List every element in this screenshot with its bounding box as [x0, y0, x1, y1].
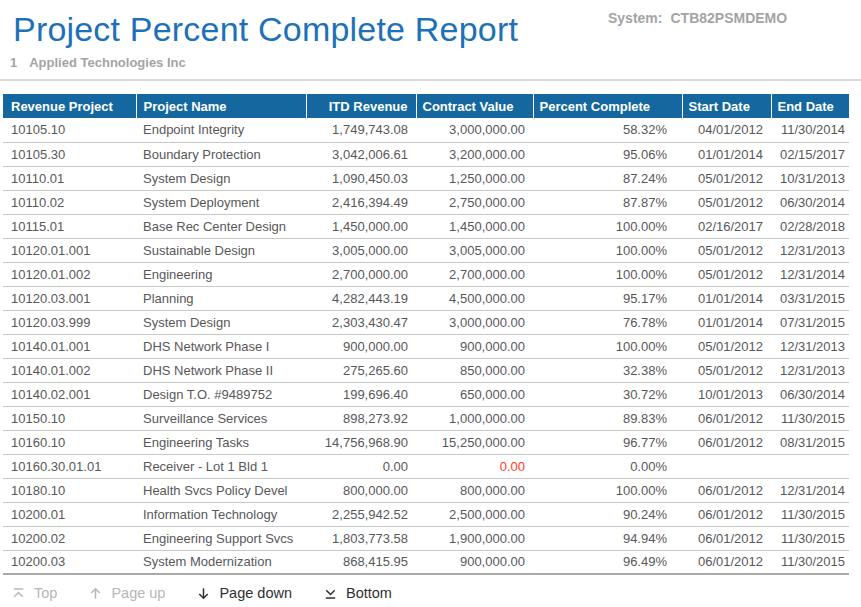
system-label: System:	[608, 10, 662, 26]
table-cell: 100.00%	[533, 478, 682, 502]
table-cell: Engineering Tasks	[136, 430, 306, 454]
table-cell: 100.00%	[533, 214, 682, 238]
table-row: 10110.01System Design1,090,450.031,250,0…	[3, 166, 849, 190]
table-cell: 1,803,773.58	[306, 526, 416, 550]
table-cell: 10120.01.002	[3, 262, 136, 286]
scroll-top-icon	[11, 586, 26, 601]
table-cell: 12/31/2014	[771, 262, 849, 286]
table-cell: 30.72%	[533, 382, 682, 406]
table-cell: System Modernization	[136, 550, 306, 574]
divider	[0, 79, 861, 81]
table-cell: 11/30/2015	[771, 502, 849, 526]
table-cell: 12/31/2013	[771, 358, 849, 382]
table-cell: 12/31/2014	[771, 478, 849, 502]
table-cell: Endpoint Integrity	[136, 118, 306, 142]
table-cell: 87.87%	[533, 190, 682, 214]
table-cell: 0.00%	[533, 454, 682, 478]
table-cell: 10160.30.01.01	[3, 454, 136, 478]
table-row: 10110.02System Deployment2,416,394.492,7…	[3, 190, 849, 214]
table-cell: 800,000.00	[306, 478, 416, 502]
table-cell: 2,416,394.49	[306, 190, 416, 214]
table-cell: 3,005,000.00	[306, 238, 416, 262]
table-cell: 10160.10	[3, 430, 136, 454]
table-cell: Health Svcs Policy Devel	[136, 478, 306, 502]
table-cell: 06/01/2012	[682, 502, 771, 526]
table-cell: 11/30/2015	[771, 550, 849, 574]
arrow-up-icon	[88, 586, 103, 601]
table-cell: 898,273.92	[306, 406, 416, 430]
table-cell: 94.94%	[533, 526, 682, 550]
page-down-button[interactable]: Page down	[196, 585, 292, 601]
table-cell: 10115.01	[3, 214, 136, 238]
table-cell: 1,090,450.03	[306, 166, 416, 190]
table-cell: 05/01/2012	[682, 190, 771, 214]
table-cell: Receiver - Lot 1 Bld 1	[136, 454, 306, 478]
table-row: 10140.01.002DHS Network Phase II275,265.…	[3, 358, 849, 382]
table-cell: Engineering Support Svcs	[136, 526, 306, 550]
table-cell: Engineering	[136, 262, 306, 286]
table-row: 10120.03.999System Design2,303,430.473,0…	[3, 310, 849, 334]
table-cell: 07/31/2015	[771, 310, 849, 334]
table-cell: 10180.10	[3, 478, 136, 502]
table-cell: 76.78%	[533, 310, 682, 334]
table-row: 10140.01.001DHS Network Phase I900,000.0…	[3, 334, 849, 358]
table-cell: 06/30/2014	[771, 382, 849, 406]
table-row: 10160.10Engineering Tasks14,756,968.9015…	[3, 430, 849, 454]
table-cell: 10105.10	[3, 118, 136, 142]
table-cell: 1,450,000.00	[306, 214, 416, 238]
column-header-revenue-project: Revenue Project	[3, 94, 136, 118]
table-cell: Planning	[136, 286, 306, 310]
table-cell: Base Rec Center Design	[136, 214, 306, 238]
table-cell: 95.06%	[533, 142, 682, 166]
table-row: 10180.10Health Svcs Policy Devel800,000.…	[3, 478, 849, 502]
table-cell: 11/30/2015	[771, 406, 849, 430]
table-cell: 900,000.00	[306, 334, 416, 358]
table-row: 10120.03.001Planning4,282,443.194,500,00…	[3, 286, 849, 310]
table-cell: Design T.O. #9489752	[136, 382, 306, 406]
table-cell: 06/30/2014	[771, 190, 849, 214]
table-cell: 2,303,430.47	[306, 310, 416, 334]
table-cell: 06/01/2012	[682, 430, 771, 454]
system-info: System:CTB82PSMDEMO	[608, 10, 787, 26]
table-cell: 58.32%	[533, 118, 682, 142]
table-cell: 01/01/2014	[682, 286, 771, 310]
table-cell: 87.24%	[533, 166, 682, 190]
table-cell: 96.77%	[533, 430, 682, 454]
table-cell: 10200.02	[3, 526, 136, 550]
table-cell: 2,750,000.00	[416, 190, 533, 214]
table-cell: 10/31/2013	[771, 166, 849, 190]
table-row: 10140.02.001Design T.O. #9489752199,696.…	[3, 382, 849, 406]
table-cell: 14,756,968.90	[306, 430, 416, 454]
table-cell: 06/01/2012	[682, 406, 771, 430]
nav-label: Page up	[111, 585, 165, 601]
table-row: 10120.01.002Engineering2,700,000.002,700…	[3, 262, 849, 286]
table-cell: 650,000.00	[416, 382, 533, 406]
table-cell: 02/16/2017	[682, 214, 771, 238]
table-cell: 3,042,006.61	[306, 142, 416, 166]
table-cell: 05/01/2012	[682, 262, 771, 286]
table-cell: Sustainable Design	[136, 238, 306, 262]
table-cell: System Deployment	[136, 190, 306, 214]
table-cell: 12/31/2013	[771, 334, 849, 358]
nav-label: Page down	[219, 585, 292, 601]
table-cell: 02/15/2017	[771, 142, 849, 166]
bottom-button[interactable]: Bottom	[323, 585, 392, 601]
table-cell: 868,415.95	[306, 550, 416, 574]
table-cell: 0.00	[416, 454, 533, 478]
table-cell: 89.83%	[533, 406, 682, 430]
top-button[interactable]: Top	[11, 585, 57, 601]
table-cell: 06/01/2012	[682, 478, 771, 502]
table-row: 10200.02Engineering Support Svcs1,803,77…	[3, 526, 849, 550]
table-cell: 900,000.00	[416, 334, 533, 358]
table-cell: 1,000,000.00	[416, 406, 533, 430]
table-cell: 2,700,000.00	[416, 262, 533, 286]
column-header-percent-complete: Percent Complete	[533, 94, 682, 118]
table-cell: 10105.30	[3, 142, 136, 166]
report-table: Revenue ProjectProject NameITD RevenueCo…	[3, 94, 849, 575]
table-cell: 199,696.40	[306, 382, 416, 406]
column-header-contract-value: Contract Value	[416, 94, 533, 118]
table-header-row: Revenue ProjectProject NameITD RevenueCo…	[3, 94, 849, 118]
table-cell: 800,000.00	[416, 478, 533, 502]
page-up-button[interactable]: Page up	[88, 585, 165, 601]
table-cell: 03/31/2015	[771, 286, 849, 310]
